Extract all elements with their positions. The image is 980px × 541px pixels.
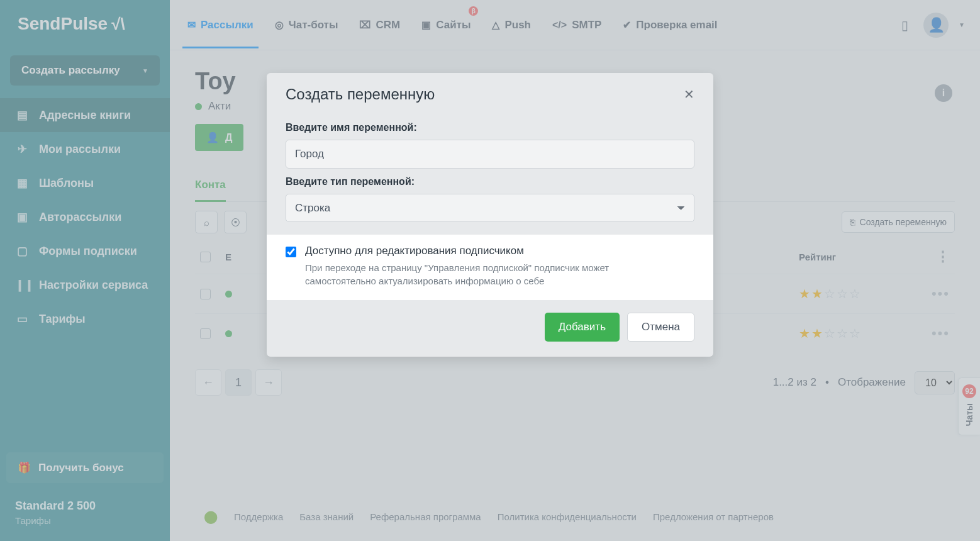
close-icon[interactable]: ✕ [684, 87, 694, 102]
modal-title: Создать переменную [286, 86, 435, 103]
variable-type-label: Введите тип переменной: [286, 176, 694, 187]
editable-checkbox[interactable] [286, 247, 296, 257]
modal-cancel-button[interactable]: Отмена [627, 313, 694, 342]
editable-option-block: Доступно для редактирования подписчиком … [267, 235, 713, 300]
create-variable-modal: Создать переменную ✕ Введите имя перемен… [267, 73, 713, 357]
editable-checkbox-label: Доступно для редактирования подписчиком [305, 245, 670, 257]
variable-type-select[interactable]: Строка [286, 194, 694, 222]
editable-checkbox-help: При переходе на страницу "Управления под… [305, 261, 670, 287]
modal-submit-button[interactable]: Добавить [545, 313, 620, 342]
variable-name-input[interactable] [286, 140, 694, 169]
modal-overlay: Создать переменную ✕ Введите имя перемен… [0, 0, 980, 541]
variable-name-label: Введите имя переменной: [286, 122, 694, 133]
